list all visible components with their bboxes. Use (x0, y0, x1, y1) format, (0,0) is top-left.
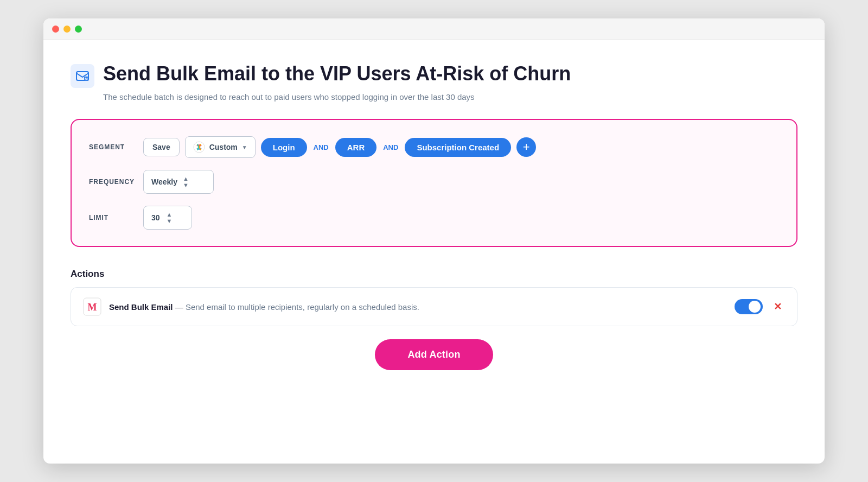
minimize-dot[interactable] (63, 26, 71, 33)
svg-text:M: M (88, 302, 97, 313)
save-button[interactable]: Save (143, 138, 180, 156)
action-text: Send Bulk Email — Send email to multiple… (109, 302, 727, 312)
limit-row: LIMIT 30 ▲ ▼ (89, 206, 779, 230)
and-label-2: AND (382, 143, 399, 151)
frequency-select[interactable]: Weekly ▲ ▼ (143, 170, 214, 194)
main-content: M Send Bulk Email to the VIP Users At-Ri… (43, 40, 825, 397)
maximize-dot[interactable] (75, 26, 82, 33)
filter-chip-arr[interactable]: ARR (335, 138, 377, 157)
frequency-row: FREQUENCY Weekly ▲ ▼ (89, 170, 779, 194)
page-header: M Send Bulk Email to the VIP Users At-Ri… (71, 62, 797, 88)
page-icon: M (71, 64, 94, 88)
and-label-1: AND (312, 143, 330, 151)
action-description: Send email to multiple recipients, regul… (186, 302, 419, 312)
segment-label: SEGMENT (89, 143, 138, 151)
toggle-slider (735, 299, 763, 314)
app-window: M Send Bulk Email to the VIP Users At-Ri… (43, 18, 825, 464)
custom-dropdown-icon (193, 141, 205, 153)
page-subtitle: The schedule batch is designed to reach … (103, 92, 797, 102)
limit-value: 30 (151, 213, 160, 222)
segment-row: SEGMENT Save Custom ▼ Login AND (89, 136, 779, 158)
page-title: Send Bulk Email to the VIP Users At-Risk… (103, 62, 571, 85)
titlebar (43, 18, 825, 40)
close-dot[interactable] (52, 26, 59, 33)
segment-box: SEGMENT Save Custom ▼ Login AND (71, 119, 797, 247)
add-action-button[interactable]: Add Action (375, 339, 493, 370)
action-toggle[interactable] (735, 299, 763, 314)
action-remove-button[interactable]: ✕ (770, 300, 785, 314)
filter-chip-login[interactable]: Login (261, 138, 307, 157)
bulk-email-icon: M (75, 69, 90, 83)
chevron-down-icon: ▼ (242, 144, 247, 150)
limit-spinner[interactable]: ▲ ▼ (167, 211, 173, 224)
action-icon: M (83, 297, 101, 316)
custom-label: Custom (209, 143, 238, 151)
send-bulk-email-icon: M (83, 297, 101, 316)
limit-input[interactable]: 30 ▲ ▼ (143, 206, 192, 230)
action-title: Send Bulk Email (109, 302, 173, 312)
frequency-spinner[interactable]: ▲ ▼ (183, 175, 189, 188)
add-filter-button[interactable]: + (516, 137, 536, 157)
action-separator: — (173, 302, 186, 312)
filter-chip-subscription-created[interactable]: Subscription Created (405, 138, 511, 157)
actions-section: Actions M Send Bulk Email — Send email t… (71, 269, 797, 370)
actions-section-label: Actions (71, 269, 797, 280)
frequency-value: Weekly (151, 177, 177, 186)
limit-label: LIMIT (89, 214, 138, 221)
action-card: M Send Bulk Email — Send email to multip… (71, 287, 797, 326)
custom-dropdown[interactable]: Custom ▼ (185, 136, 256, 158)
svg-text:M: M (85, 77, 88, 81)
frequency-label: FREQUENCY (89, 178, 138, 186)
